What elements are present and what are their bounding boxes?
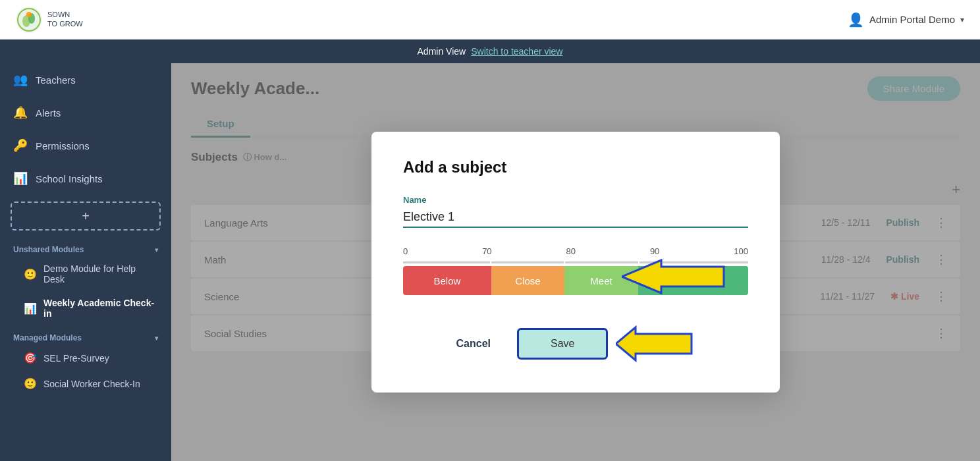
add-subject-modal: Add a subject Name 0 70 — [371, 132, 780, 393]
managed-modules-section: Managed Modules ▾ — [0, 325, 171, 345]
permissions-icon: 🔑 — [13, 138, 28, 153]
sidebar-item-teachers[interactable]: 👥 Teachers — [0, 63, 171, 96]
sidebar-item-permissions[interactable]: 🔑 Permissions — [0, 129, 171, 162]
sidebar-item-school-insights[interactable]: 📊 School Insights — [0, 162, 171, 195]
scale-section: 0 70 80 90 100 Below — [403, 246, 748, 295]
sel-label: SEL Pre-Survey — [43, 353, 109, 364]
logo-text: SOWN TO GROW — [47, 11, 83, 28]
svg-marker-6 — [616, 327, 692, 360]
unshared-modules-label: Unshared Modules — [13, 245, 84, 254]
sel-icon: 🎯 — [24, 352, 37, 364]
add-module-button[interactable]: + — [11, 202, 161, 230]
user-icon: 👤 — [848, 12, 864, 28]
sidebar-item-alerts[interactable]: 🔔 Alerts — [0, 96, 171, 129]
sidebar-label-teachers: Teachers — [36, 74, 76, 86]
content-area: Weekly Acade... Share Module Setup Subje… — [171, 63, 980, 461]
scale-bar-meet[interactable]: Meet — [564, 266, 638, 295]
weekly-academic-label: Weekly Academic Check-in — [43, 298, 158, 319]
modal-overlay: Add a subject Name 0 70 — [171, 63, 980, 461]
top-header: SOWN TO GROW 👤 Admin Portal Demo ▾ — [0, 0, 980, 40]
sidebar-item-social-worker[interactable]: 🙂 Social Worker Check-In — [0, 371, 171, 396]
switch-to-teacher-link[interactable]: Switch to teacher view — [471, 46, 562, 57]
alerts-icon: 🔔 — [13, 105, 28, 120]
teachers-icon: 👥 — [13, 72, 28, 87]
logo: SOWN TO GROW — [16, 7, 83, 33]
cancel-button[interactable]: Cancel — [456, 338, 491, 350]
weekly-academic-icon: 📊 — [24, 302, 37, 315]
sidebar-item-sel-pre-survey[interactable]: 🎯 SEL Pre-Survey — [0, 345, 171, 371]
sidebar-label-permissions: Permissions — [36, 140, 90, 151]
arrow-annotation-save — [616, 324, 695, 364]
social-worker-icon: 🙂 — [24, 377, 37, 390]
social-worker-label: Social Worker Check-In — [43, 379, 140, 389]
demo-module-label: Demo Module for Help Desk — [43, 263, 158, 285]
admin-banner: Admin View Switch to teacher view — [0, 40, 980, 63]
scale-num-90: 90 — [650, 246, 659, 256]
scale-num-80: 80 — [566, 246, 576, 256]
unshared-modules-section: Unshared Modules ▾ — [0, 237, 171, 257]
sidebar-label-alerts: Alerts — [36, 107, 61, 119]
sidebar-item-demo-module[interactable]: 🙂 Demo Module for Help Desk — [0, 257, 171, 291]
main-layout: 👥 Teachers 🔔 Alerts 🔑 Permissions 📊 Scho… — [0, 63, 980, 461]
user-area[interactable]: 👤 Admin Portal Demo ▾ — [848, 12, 964, 28]
logo-icon — [16, 7, 42, 33]
modal-actions: Cancel Save — [403, 324, 748, 364]
unshared-chevron-icon: ▾ — [155, 246, 158, 254]
school-insights-icon: 📊 — [13, 171, 28, 186]
scale-bars: Below Close Meet Exceed — [403, 266, 748, 295]
add-icon: + — [82, 209, 90, 224]
scale-bar-exceed[interactable]: Exceed — [638, 266, 748, 295]
scale-num-0: 0 — [403, 246, 408, 256]
managed-modules-label: Managed Modules — [13, 333, 82, 342]
name-input[interactable] — [403, 207, 748, 228]
name-field-label: Name — [403, 195, 748, 205]
scale-bar-below[interactable]: Below — [403, 266, 491, 295]
demo-module-icon: 🙂 — [24, 268, 37, 281]
sidebar-item-weekly-academic[interactable]: 📊 Weekly Academic Check-in — [0, 291, 171, 325]
save-button[interactable]: Save — [517, 328, 608, 360]
user-dropdown-arrow: ▾ — [960, 15, 964, 24]
svg-point-3 — [26, 12, 32, 17]
scale-bar-close[interactable]: Close — [491, 266, 564, 295]
user-name: Admin Portal Demo — [869, 14, 955, 25]
managed-chevron-icon: ▾ — [155, 335, 158, 342]
scale-num-100: 100 — [734, 246, 748, 256]
modal-title: Add a subject — [403, 158, 748, 176]
scale-numbers: 0 70 80 90 100 — [403, 246, 748, 259]
sidebar: 👥 Teachers 🔔 Alerts 🔑 Permissions 📊 Scho… — [0, 63, 171, 461]
admin-view-label: Admin View — [418, 46, 466, 57]
sidebar-label-school-insights: School Insights — [36, 173, 103, 184]
scale-num-70: 70 — [482, 246, 491, 256]
